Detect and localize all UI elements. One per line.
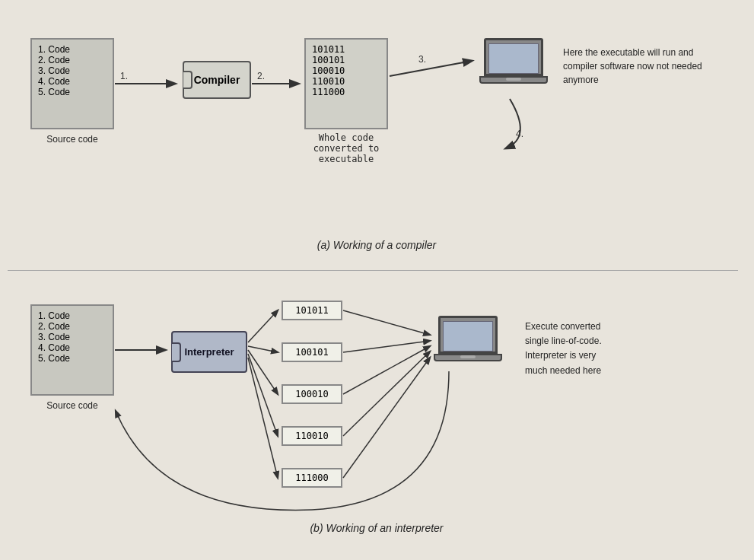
- bin-line-2: 100101: [282, 342, 342, 362]
- binary-output-box: 101011 100101 100010 110010 111000 Whole…: [304, 38, 388, 129]
- interpreter-caption: (b) Working of an interpreter: [310, 522, 443, 534]
- bin-line-3: 100010: [282, 384, 342, 404]
- laptop-icon-b: [434, 316, 502, 369]
- source-line-1: 1. Code: [38, 44, 107, 55]
- source-code-box-b: 1. Code 2. Code 3. Code 4. Code 5. Code …: [30, 304, 114, 396]
- svg-text:1.: 1.: [120, 71, 128, 81]
- binary-line-4: 110010: [312, 76, 380, 87]
- source-b-line-3: 3. Code: [38, 332, 107, 342]
- interpreter-box: Interpreter: [171, 331, 247, 373]
- bin-line-4: 110010: [282, 426, 342, 446]
- note-b-line2: single line-of-code.: [525, 334, 692, 348]
- binary-line-2: 100101: [312, 55, 380, 65]
- source-b-line-2: 2. Code: [38, 321, 107, 332]
- source-b-line-5: 5. Code: [38, 353, 107, 364]
- compiler-caption: (a) Working of a compiler: [317, 239, 436, 251]
- bin-line-5: 111000: [282, 468, 342, 488]
- source-code-label-a: Source code: [46, 134, 97, 145]
- source-line-4: 4. Code: [38, 76, 107, 87]
- bin-line-1: 101011: [282, 301, 342, 320]
- source-code-label-b: Source code: [46, 400, 97, 411]
- laptop-icon-a: [479, 38, 548, 91]
- compiler-section-title: (a) Working of a compiler: [317, 239, 436, 251]
- binary-caption: Whole code converted to executable: [313, 132, 380, 164]
- binary-line-1: 101011: [312, 44, 380, 55]
- interpreter-section: 1. Code 2. Code 3. Code 4. Code 5. Code …: [8, 274, 746, 548]
- svg-text:3.: 3.: [418, 54, 426, 65]
- section-divider: [8, 270, 738, 271]
- compiler-box: Compiler: [183, 61, 251, 99]
- caption-line3: executable: [319, 154, 374, 164]
- svg-line-16: [343, 352, 430, 436]
- svg-line-10: [248, 350, 278, 394]
- svg-line-4: [390, 61, 472, 76]
- note-b-line4: much needed here: [525, 364, 692, 378]
- svg-line-11: [248, 354, 278, 436]
- svg-line-8: [248, 310, 278, 342]
- svg-line-12: [248, 358, 278, 478]
- compiler-label: Compiler: [194, 74, 240, 86]
- source-line-5: 5. Code: [38, 87, 107, 97]
- svg-line-15: [343, 346, 430, 394]
- interpreter-note: Execute converted single line-of-code. I…: [525, 320, 692, 378]
- svg-line-9: [248, 346, 278, 352]
- binary-line-5: 111000: [312, 87, 380, 97]
- interpreter-label: Interpreter: [184, 346, 234, 358]
- caption-line2: converted to: [313, 143, 380, 154]
- interpreter-section-title: (b) Working of an interpreter: [310, 522, 443, 534]
- compiler-note: Here the executable will run and compile…: [563, 46, 715, 87]
- compiler-section: 1. Code 2. Code 3. Code 4. Code 5. Code …: [8, 15, 746, 259]
- caption-line1: Whole code: [319, 132, 374, 143]
- svg-line-14: [343, 341, 430, 352]
- binary-line-3: 100010: [312, 65, 380, 76]
- diagram-container: 1. Code 2. Code 3. Code 4. Code 5. Code …: [0, 0, 754, 560]
- source-code-box-a: 1. Code 2. Code 3. Code 4. Code 5. Code …: [30, 38, 114, 129]
- source-line-2: 2. Code: [38, 55, 107, 65]
- svg-line-17: [343, 358, 430, 478]
- source-line-3: 3. Code: [38, 65, 107, 76]
- svg-text:4.: 4.: [516, 129, 523, 139]
- compiler-note-text: Here the executable will run and compile…: [563, 47, 702, 85]
- note-b-line1: Execute converted: [525, 320, 692, 334]
- source-b-line-1: 1. Code: [38, 310, 107, 321]
- svg-line-13: [343, 310, 430, 335]
- svg-text:2.: 2.: [257, 71, 265, 81]
- source-b-line-4: 4. Code: [38, 342, 107, 353]
- interpreter-arrows: [8, 274, 746, 548]
- note-b-line3: Interpreter is very: [525, 348, 692, 363]
